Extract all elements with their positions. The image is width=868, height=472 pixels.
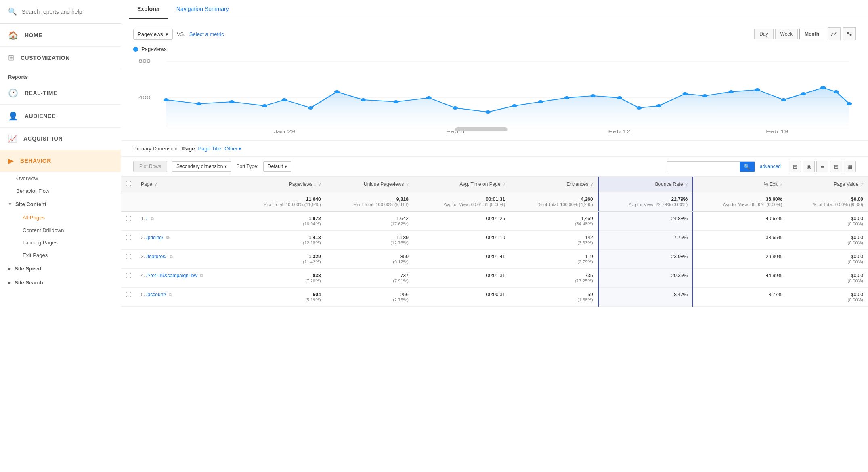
table-search-input[interactable]: [667, 162, 740, 171]
audience-label: AUDIENCE: [25, 113, 56, 119]
secondary-dim-arrow: ▾: [224, 164, 227, 169]
row-bounce-rate: 24.88%: [671, 216, 688, 221]
sidebar-item-overview[interactable]: Overview: [0, 172, 121, 185]
chart-type-scatter[interactable]: [843, 27, 856, 40]
advanced-link[interactable]: advanced: [760, 164, 781, 169]
primary-dim-page[interactable]: Page: [182, 145, 195, 152]
row-entrances: 59: [587, 292, 593, 297]
copy-icon[interactable]: ⧉: [151, 216, 154, 221]
row-checkbox[interactable]: [126, 235, 131, 240]
page-link[interactable]: /account/: [146, 292, 166, 297]
sidebar-item-home[interactable]: 🏠 HOME: [0, 24, 121, 47]
copy-icon[interactable]: ⧉: [170, 254, 173, 259]
view-btn-grid[interactable]: ⊞: [789, 161, 801, 172]
row-num: 4.: [141, 273, 145, 278]
th-pageviews[interactable]: Pageviews ↓ ?: [235, 177, 325, 192]
sort-arrow: ↓: [314, 181, 316, 187]
bounce-rate-help-icon[interactable]: ?: [685, 182, 688, 187]
sidebar-item-site-search[interactable]: ▶ Site Search: [0, 276, 121, 290]
table-search-button[interactable]: 🔍: [740, 162, 755, 172]
avg-time-help-icon[interactable]: ?: [503, 182, 505, 187]
time-btn-week[interactable]: Week: [775, 29, 798, 39]
row-checkbox[interactable]: [126, 292, 131, 297]
sidebar-item-realtime[interactable]: 🕐 REAL-TIME: [0, 82, 121, 105]
svg-point-35: [801, 92, 806, 95]
sidebar-item-customization[interactable]: ⊞ CUSTOMIZATION: [0, 47, 121, 69]
page-link[interactable]: /pricing/: [146, 235, 163, 240]
view-btn-table2[interactable]: ▦: [844, 161, 856, 172]
svg-point-24: [538, 100, 543, 103]
th-unique-pageviews: Unique Pageviews ?: [326, 177, 413, 192]
sidebar-item-acquisition[interactable]: 📈 ACQUISITION: [0, 128, 121, 150]
svg-point-30: [682, 92, 688, 95]
acquisition-label: ACQUISITION: [23, 135, 63, 142]
sidebar-item-content-drilldown[interactable]: Content Drilldown: [0, 224, 121, 236]
page-value-help-icon[interactable]: ?: [861, 182, 863, 187]
chart-type-line[interactable]: [828, 27, 841, 40]
primary-dim-page-title[interactable]: Page Title: [198, 145, 222, 152]
total-entrances: 4,260 % of Total: 100.00% (4,260): [510, 192, 598, 211]
row-checkbox[interactable]: [126, 254, 131, 259]
plot-rows-button[interactable]: Plot Rows: [133, 161, 167, 172]
secondary-dimension-dropdown[interactable]: Secondary dimension ▾: [172, 161, 231, 172]
total-pct-exit: 36.60% Avg for View: 36.60% (0.00%): [693, 192, 787, 211]
row-num: 3.: [141, 254, 145, 259]
primary-dim-other[interactable]: Other ▾: [224, 145, 241, 152]
row-bounce-rate: 7.75%: [674, 235, 688, 240]
sidebar-item-exit-pages[interactable]: Exit Pages: [0, 249, 121, 261]
row-pageviews: 1,418: [309, 235, 321, 240]
page-link[interactable]: /features/: [146, 254, 166, 259]
tab-bar: Explorer Navigation Summary: [121, 0, 868, 19]
sidebar-item-audience[interactable]: 👤 AUDIENCE: [0, 105, 121, 128]
row-pct-exit: 38.65%: [766, 235, 782, 240]
svg-point-32: [728, 90, 734, 93]
tab-navigation-summary[interactable]: Navigation Summary: [168, 0, 237, 19]
row-entrances: 119: [585, 254, 593, 259]
other-dropdown-arrow: ▾: [239, 145, 241, 152]
sidebar-item-behavior[interactable]: ▶ BEHAVIOR: [0, 150, 121, 172]
page-link[interactable]: /: [146, 216, 147, 221]
row-checkbox[interactable]: [126, 273, 131, 278]
sidebar-item-landing-pages[interactable]: Landing Pages: [0, 236, 121, 249]
time-btn-day[interactable]: Day: [754, 29, 773, 39]
sidebar-item-site-speed[interactable]: ▶ Site Speed: [0, 261, 121, 276]
row-unique-pv: 1,642: [396, 216, 409, 221]
table-row: 5. /account/ ⧉ 604 (5.19%) 256 (2.75%) 0…: [121, 288, 868, 307]
svg-point-22: [485, 110, 491, 114]
svg-point-31: [702, 94, 707, 97]
customization-label: CUSTOMIZATION: [21, 55, 70, 61]
view-btn-pie[interactable]: ◉: [803, 161, 815, 172]
svg-point-13: [229, 100, 235, 103]
svg-point-36: [820, 86, 826, 89]
page-link[interactable]: /?ref=19&campaign=bw: [146, 273, 197, 278]
svg-point-26: [591, 94, 596, 97]
svg-text:Feb 12: Feb 12: [608, 129, 631, 134]
select-all-checkbox[interactable]: [126, 181, 131, 186]
pageviews-help-icon[interactable]: ?: [319, 182, 321, 187]
select-metric-link[interactable]: Select a metric: [189, 31, 224, 37]
row-entrances: 142: [585, 235, 593, 240]
copy-icon[interactable]: ⧉: [166, 235, 170, 240]
sort-type-dropdown[interactable]: Default ▾: [263, 161, 291, 172]
sidebar-item-behavior-flow[interactable]: Behavior Flow: [0, 185, 121, 197]
home-label: HOME: [25, 32, 42, 38]
chart-legend: Pageviews: [133, 46, 856, 52]
metric-dropdown[interactable]: Pageviews ▾: [133, 29, 173, 40]
copy-icon[interactable]: ⧉: [200, 273, 203, 278]
copy-icon[interactable]: ⧉: [169, 292, 172, 297]
sidebar-item-site-content[interactable]: ▼ Site Content: [0, 197, 121, 211]
view-btn-filter[interactable]: ⊟: [830, 161, 842, 172]
data-table-container: Page ? Pageviews ↓ ? Unique Pageviews ? …: [121, 177, 868, 307]
page-help-icon[interactable]: ?: [154, 182, 157, 187]
entrances-help-icon[interactable]: ?: [591, 182, 593, 187]
svg-point-19: [393, 100, 398, 103]
search-bar[interactable]: 🔍 Search reports and help: [0, 0, 121, 24]
row-checkbox[interactable]: [126, 216, 131, 221]
unique-pv-help-icon[interactable]: ?: [406, 182, 409, 187]
pct-exit-help-icon[interactable]: ?: [780, 182, 782, 187]
time-btn-month[interactable]: Month: [799, 29, 824, 39]
sidebar-item-all-pages[interactable]: All Pages: [0, 211, 121, 224]
svg-point-37: [834, 90, 839, 93]
view-btn-list[interactable]: ≡: [816, 161, 828, 172]
tab-explorer[interactable]: Explorer: [129, 0, 168, 19]
